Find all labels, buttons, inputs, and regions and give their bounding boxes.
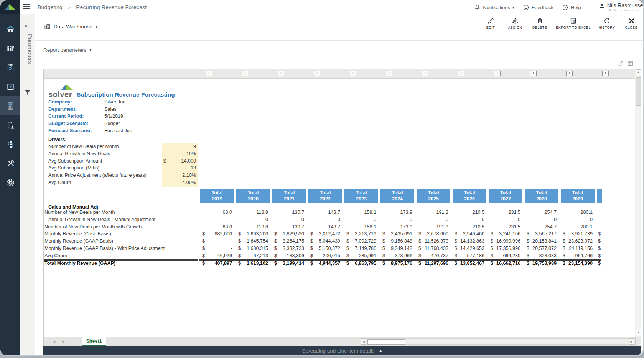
insert-column-button[interactable]: + [602, 71, 609, 76]
column-header[interactable]: Total2029 [561, 189, 595, 203]
value-cell[interactable]: 210.5 [451, 224, 488, 231]
sidebar-item-report-player[interactable] [0, 77, 20, 96]
close-button[interactable]: CLOSE [623, 17, 640, 30]
prev-sheet-icon[interactable]: ◀ [52, 339, 55, 344]
value-cell[interactable]: $- [199, 238, 235, 245]
value-cell[interactable]: $2,213,719 [343, 231, 379, 238]
value-cell[interactable]: 0 [271, 217, 307, 224]
value-cell[interactable]: 191.3 [415, 210, 451, 217]
value-cell[interactable]: $11,768,433 [415, 246, 451, 253]
value-cell[interactable]: $24,119,156 [560, 246, 596, 253]
spreading-details-bar[interactable]: Spreading and Line item details ▲ [43, 346, 641, 355]
value-cell[interactable]: $1,680,315 [235, 246, 271, 253]
value-cell[interactable]: $9,349,142 [379, 246, 415, 253]
sidebar-item-home[interactable] [0, 20, 20, 39]
data-source-dropdown[interactable]: Data Warehouse ▾ [44, 23, 97, 30]
vertical-scrollbar[interactable]: ▲ ▼ [635, 69, 641, 337]
value-cell[interactable]: $694,280 [488, 253, 524, 260]
column-header[interactable]: Total2019 [200, 189, 234, 203]
value-cell[interactable]: 0 [451, 217, 488, 224]
value-cell[interactable]: $14,132,863 [451, 238, 488, 245]
value-cell[interactable]: $5,150,372 [307, 246, 343, 253]
delete-button[interactable]: DELETE [531, 17, 548, 30]
value-cell[interactable]: $7,002,729 [343, 238, 379, 245]
breadcrumb-section[interactable]: Budgeting [38, 4, 63, 10]
value-cell[interactable]: 0 [379, 217, 415, 224]
insert-column-button[interactable]: + [350, 71, 356, 76]
value-cell[interactable]: $407,897 [199, 260, 235, 267]
driver-input-cell[interactable]: 14,000 [162, 158, 198, 164]
value-cell[interactable]: $23,154,390 [560, 260, 596, 267]
sidebar-item-assignments[interactable] [0, 58, 20, 77]
value-cell[interactable]: $2,435,091 [379, 231, 415, 238]
insert-column-button[interactable]: + [314, 71, 320, 76]
value-cell[interactable] [199, 217, 235, 224]
value-cell[interactable]: 130.7 [271, 224, 307, 231]
feedback-button[interactable]: Feedback [523, 4, 553, 11]
insert-column-button[interactable]: + [242, 71, 248, 76]
column-header[interactable]: Total2024 [380, 189, 414, 203]
value-cell[interactable]: 280.1 [560, 224, 596, 231]
driver-input-cell[interactable]: 13 [162, 165, 198, 171]
driver-input-cell[interactable]: 9 [162, 144, 198, 149]
value-cell[interactable]: $13,852,467 [451, 260, 488, 267]
sidebar-item-report-archive[interactable] [0, 39, 20, 58]
value-cell[interactable]: $46,929 [199, 253, 235, 260]
value-cell[interactable]: $5,044,439 [307, 238, 343, 245]
menu-icon[interactable] [23, 4, 30, 10]
value-cell[interactable]: 231.5 [488, 210, 524, 217]
value-cell[interactable]: $3,199,414 [271, 260, 307, 267]
value-cell[interactable]: $20,577,072 [524, 246, 560, 253]
value-cell[interactable]: $67,213 [235, 253, 271, 260]
value-cell[interactable]: 0 [343, 217, 379, 224]
value-cell[interactable]: $1,645,754 [235, 238, 271, 245]
value-cell[interactable]: $373,966 [379, 253, 415, 260]
value-cell[interactable]: $577,186 [451, 253, 488, 260]
value-cell[interactable]: $206,015 [307, 253, 343, 260]
value-cell[interactable]: 158.1 [343, 224, 379, 231]
value-cell[interactable]: 0 [524, 217, 560, 224]
value-cell[interactable]: 0 [560, 217, 596, 224]
insert-column-button[interactable]: + [206, 71, 212, 76]
column-header[interactable]: Total2020 [236, 189, 270, 203]
column-header[interactable]: Total2027 [489, 189, 522, 203]
value-cell[interactable]: $2,012,472 [307, 231, 343, 238]
parameters-panel-title[interactable]: Parameters [27, 34, 33, 64]
insert-column-button[interactable]: + [278, 71, 284, 76]
value-cell[interactable]: $3,565,217 [524, 231, 560, 238]
value-cell[interactable]: $3,332,723 [271, 246, 307, 253]
insert-column-button[interactable]: + [494, 71, 501, 76]
sidebar-item-workflow[interactable] [0, 115, 20, 135]
value-cell[interactable]: $9,156,848 [379, 238, 415, 245]
value-cell[interactable]: $964,766 [560, 253, 596, 260]
assign-button[interactable]: ASSIGN [507, 17, 524, 30]
value-cell[interactable]: $8,975,176 [379, 260, 415, 267]
value-cell[interactable]: $1,613,102 [235, 260, 271, 267]
value-cell[interactable]: $882,000 [199, 231, 235, 238]
splitter-grip[interactable]: ⋮ [355, 339, 359, 343]
value-cell[interactable]: $823,083 [524, 253, 560, 260]
grid-view-icon[interactable] [627, 60, 633, 68]
value-cell[interactable]: 63.0 [199, 210, 235, 217]
column-header[interactable]: Total2025 [417, 189, 450, 203]
scroll-down-button[interactable]: ▼ [636, 330, 641, 336]
value-cell[interactable]: 280.1 [560, 210, 596, 217]
value-cell[interactable]: 0 [488, 217, 524, 224]
value-cell[interactable]: $16,999,996 [488, 238, 524, 245]
sidebar-item-process[interactable] [0, 135, 20, 154]
value-cell[interactable]: $7,149,786 [343, 246, 379, 253]
value-cell[interactable]: 158.1 [343, 210, 379, 217]
value-cell[interactable]: $3,921,739 [560, 231, 596, 238]
value-cell[interactable]: 254.7 [524, 224, 560, 231]
sheet-tab[interactable]: Sheet1 [82, 337, 106, 347]
vertical-scroll-thumb[interactable] [636, 77, 641, 106]
horizontal-scroll-thumb[interactable] [367, 339, 405, 345]
column-header[interactable]: Total2023 [344, 189, 378, 203]
value-cell[interactable]: 191.3 [415, 224, 451, 231]
value-cell[interactable]: 143.7 [307, 224, 343, 231]
horizontal-scrollbar[interactable] [367, 338, 628, 345]
value-cell[interactable]: 173.9 [379, 224, 415, 231]
driver-input-cell[interactable]: 2.10% [162, 172, 198, 178]
value-cell[interactable]: 0 [415, 217, 451, 224]
value-cell[interactable]: $3,241,106 [488, 231, 524, 238]
